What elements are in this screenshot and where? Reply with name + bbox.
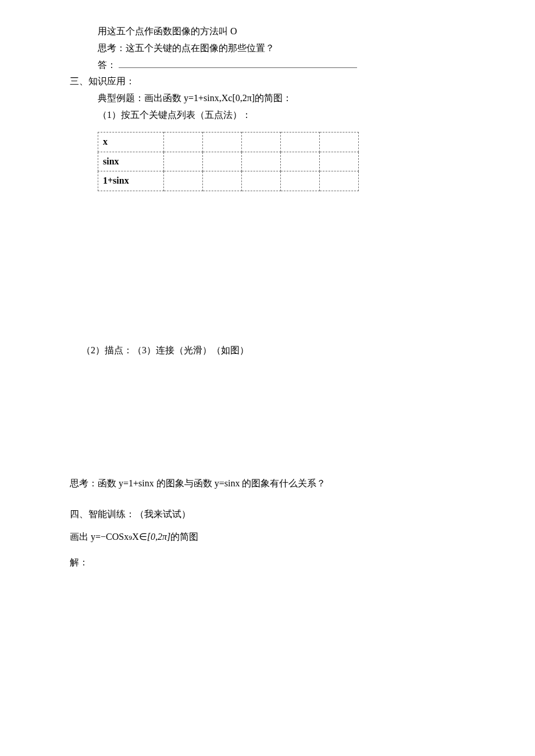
table-cell: [281, 132, 320, 152]
answer-row: 答：: [98, 57, 465, 74]
draw-prefix: 画出: [70, 532, 91, 542]
blank-graph-area-1: [70, 191, 465, 342]
table-cell: [203, 132, 242, 152]
answer-blank-line: [119, 58, 357, 68]
row-header: x: [98, 132, 164, 152]
step-1: （1）按五个关键点列表（五点法）：: [98, 107, 465, 124]
solve-label: 解：: [70, 554, 465, 571]
blank-graph-area-2: [70, 359, 465, 475]
table-row: 1+sinx: [98, 171, 359, 191]
row-header: 1+sinx: [98, 171, 164, 191]
example-problem: 典型例题：画出函数 y=1+sinx,Xc[0,2π]的简图：: [98, 90, 465, 107]
five-point-table: x sinx 1+sinx: [98, 132, 359, 191]
intro-line-2: 思考：这五个关键的点在图像的那些位置？: [98, 40, 465, 57]
table-cell: [320, 132, 359, 152]
table-cell: [320, 152, 359, 171]
table-cell: [164, 152, 203, 171]
section-3-title: 三、知识应用：: [70, 73, 465, 90]
think-question: 思考：函数 y=1+sinx 的图象与函数 y=sinx 的图象有什么关系？: [70, 475, 465, 492]
table-cell: [281, 171, 320, 191]
table-cell: [203, 152, 242, 171]
table-row: sinx: [98, 152, 359, 171]
table-cell: [242, 132, 281, 152]
answer-label: 答：: [98, 60, 116, 70]
table-cell: [242, 171, 281, 191]
table-cell: [281, 152, 320, 171]
table-row: x: [98, 132, 359, 152]
table-cell: [164, 132, 203, 152]
step-2-3: （2）描点：（3）连接（光滑）（如图）: [81, 342, 465, 359]
table-cell: [203, 171, 242, 191]
draw-suffix: 的简图: [170, 532, 198, 542]
table-cell: [164, 171, 203, 191]
table-cell: [320, 171, 359, 191]
intro-line-1: 用这五个点作函数图像的方法叫 O: [98, 23, 465, 40]
draw-func: y=−COSx₉X∈: [91, 532, 147, 542]
section-4-title: 四、智能训练：（我来试试）: [70, 506, 465, 523]
row-header: sinx: [98, 152, 164, 171]
draw-problem: 画出 y=−COSx₉X∈[0,2π]的简图: [70, 529, 465, 546]
draw-domain: [0,2π]: [147, 532, 170, 542]
table-cell: [242, 152, 281, 171]
